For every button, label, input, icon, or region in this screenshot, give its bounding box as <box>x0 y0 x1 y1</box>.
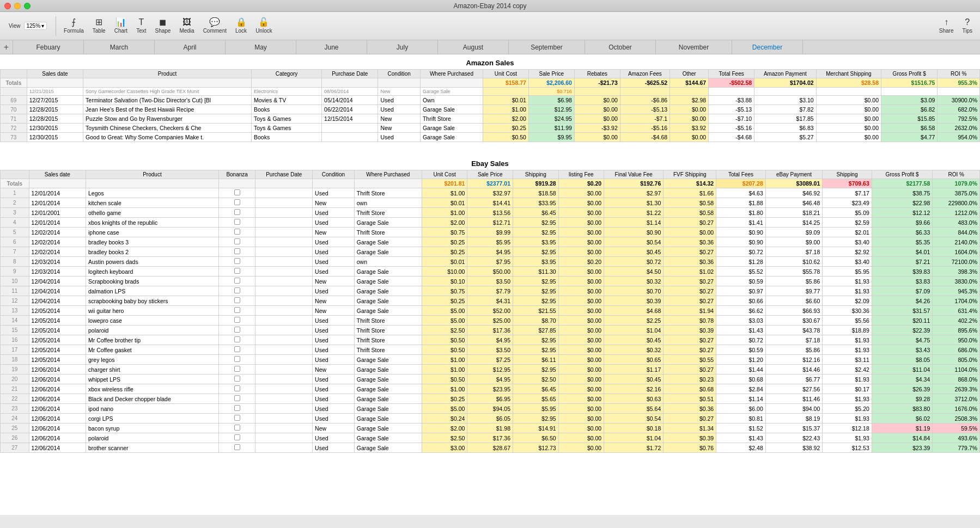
bonanza-checkbox-23[interactable] <box>234 405 240 411</box>
amazon-totals-mershipping: $28.58 <box>816 78 881 88</box>
amazon-partial-product: Sony Gamecorder Cassettes High Grade TEX… <box>83 88 252 96</box>
amazon-th-salesdate: Sales date <box>27 70 83 78</box>
bonanza-checkbox-16[interactable] <box>234 336 240 342</box>
media-button[interactable]: 🖼 Media <box>176 16 197 35</box>
lock-label: Lock <box>235 28 247 34</box>
bonanza-checkbox-21[interactable] <box>234 385 240 391</box>
amazon-row-73-purchasedate <box>322 133 378 142</box>
amazon-partial-rebates <box>574 88 620 96</box>
col-header-september[interactable]: September <box>509 40 585 54</box>
share-button[interactable]: ↑ Share <box>936 16 957 35</box>
bonanza-checkbox-13[interactable] <box>234 307 240 313</box>
ebay-totals-shipping: $919.28 <box>513 179 558 188</box>
bonanza-checkbox-4[interactable] <box>234 219 240 225</box>
amazon-row-72-gp: $6.58 <box>881 124 938 133</box>
amazon-row-71-amzpay: $17.85 <box>754 114 817 124</box>
tips-button[interactable]: ? Tips <box>959 16 976 35</box>
minimize-button[interactable] <box>14 3 21 9</box>
shape-button[interactable]: ◼ Shape <box>151 16 174 35</box>
ebay-th-shipping2: Shipping <box>823 170 872 179</box>
amazon-row-72-amzpay: $6.83 <box>754 124 817 133</box>
col-header-february[interactable]: Febuary <box>13 40 84 54</box>
ebay-row-11: 11 12/04/2014 dalmation LPS Used Garage … <box>1 286 980 296</box>
bonanza-checkbox-12[interactable] <box>234 297 240 303</box>
col-header-april[interactable]: April <box>155 40 226 54</box>
col-header-march[interactable]: March <box>84 40 155 54</box>
col-header-may[interactable]: May <box>226 40 296 54</box>
maximize-button[interactable] <box>24 3 31 9</box>
amazon-row-72-amzfee: -$5.16 <box>620 124 669 133</box>
bonanza-checkbox-3[interactable] <box>234 209 240 215</box>
bonanza-checkbox-1[interactable] <box>234 189 240 195</box>
col-header-november[interactable]: November <box>656 40 732 54</box>
formula-button[interactable]: ⨍ Formula <box>60 16 87 35</box>
ebay-row-24: 24 12/06/2014 corgi LPS Used Garage Sale… <box>1 414 980 423</box>
bonanza-checkbox-27[interactable] <box>234 444 240 450</box>
col-header-december[interactable]: December <box>732 40 803 54</box>
lock-button[interactable]: 🔒 Lock <box>232 16 250 35</box>
col-header-october[interactable]: October <box>585 40 656 54</box>
amazon-partial-mership <box>816 88 881 96</box>
bonanza-checkbox-24[interactable] <box>234 415 240 421</box>
media-icon: 🖼 <box>182 18 191 27</box>
bonanza-checkbox-11[interactable] <box>234 287 240 293</box>
bonanza-checkbox-9[interactable] <box>234 268 240 274</box>
bonanza-checkbox-7[interactable] <box>234 248 240 254</box>
amazon-row-72-num: 72 <box>1 124 27 133</box>
ebay-row-2: 2 12/01/2014 kitchen scale New own $0.01… <box>1 198 980 208</box>
amazon-th-amzpayment: Amazon Payment <box>754 70 817 78</box>
amazon-row-73-other: $0.00 <box>670 133 709 142</box>
view-controls: View 125% ▾ <box>4 22 51 30</box>
amazon-th-roi: ROI % <box>938 70 980 78</box>
col-header-june[interactable]: June <box>296 40 367 54</box>
add-sheet-button[interactable]: + <box>0 40 13 54</box>
bonanza-checkbox-17[interactable] <box>234 346 240 352</box>
bonanza-checkbox-19[interactable] <box>234 366 240 372</box>
amazon-row-71-totalfees: -$7.10 <box>709 114 754 124</box>
amazon-partial-amzpay <box>754 88 817 96</box>
amazon-row-72-rebates: -$3.92 <box>574 124 620 133</box>
ebay-totals-purchasedate <box>255 179 313 188</box>
bonanza-checkbox-6[interactable] <box>234 238 240 244</box>
amazon-row-73-gp: $4.77 <box>881 133 938 142</box>
amazon-row-69-condition: Used <box>378 96 421 105</box>
text-label: Text <box>136 28 146 34</box>
amazon-totals-category <box>251 78 321 88</box>
bonanza-checkbox-2[interactable] <box>234 199 240 205</box>
amazon-partial-amzfee <box>620 88 669 96</box>
amazon-row-69-amzfee: -$6.86 <box>620 96 669 105</box>
col-header-july[interactable]: July <box>367 40 438 54</box>
bonanza-checkbox-18[interactable] <box>234 356 240 362</box>
bonanza-checkbox-14[interactable] <box>234 317 240 323</box>
text-button[interactable]: T Text <box>133 16 149 35</box>
chart-button[interactable]: 📊 Chart <box>111 16 131 35</box>
bonanza-checkbox-5[interactable] <box>234 229 240 235</box>
ebay-th-saleprice: Sale Price <box>467 170 513 179</box>
bonanza-checkbox-26[interactable] <box>234 434 240 440</box>
zoom-label: 125% <box>27 23 41 29</box>
amazon-row-69-unitcost: $0.01 <box>483 96 528 105</box>
bonanza-checkbox-20[interactable] <box>234 376 240 382</box>
amazon-partial-category: Electronics <box>251 88 321 96</box>
view-button[interactable]: View <box>9 23 21 29</box>
unlock-button[interactable]: 🔓 Unlock <box>252 16 276 35</box>
zoom-control[interactable]: 125% ▾ <box>24 22 47 30</box>
ebay-title: Ebay Sales <box>0 155 980 170</box>
table-button[interactable]: ⊞ Table <box>89 16 109 35</box>
bonanza-checkbox-22[interactable] <box>234 395 240 401</box>
amazon-partial-row: 12/21/2015 Sony Gamecorder Cassettes Hig… <box>1 88 980 96</box>
amazon-totals-num: Totals <box>1 78 27 88</box>
close-button[interactable] <box>4 3 11 9</box>
col-header-august[interactable]: August <box>438 40 509 54</box>
window-controls <box>4 3 31 9</box>
bonanza-checkbox-10[interactable] <box>234 278 240 284</box>
bonanza-checkbox-25[interactable] <box>234 425 240 431</box>
share-icon: ↑ <box>944 18 948 27</box>
amazon-partial-purchasedate: 08/06/2014 <box>322 88 378 96</box>
amazon-th-condition: Condition <box>378 70 421 78</box>
bonanza-checkbox-8[interactable] <box>234 258 240 264</box>
bonanza-checkbox-15[interactable] <box>234 327 240 333</box>
comment-button[interactable]: 💬 Comment <box>200 16 230 35</box>
share-label: Share <box>939 28 954 34</box>
amazon-totals-grossprofit: $1516.75 <box>881 78 938 88</box>
